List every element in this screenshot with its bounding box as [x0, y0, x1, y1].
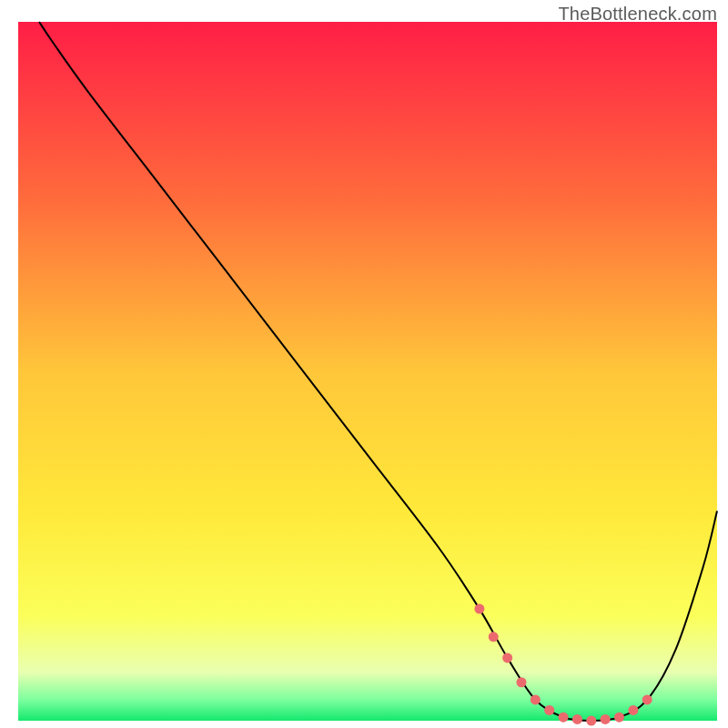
optimal-dot — [489, 632, 499, 642]
optimal-dot — [531, 694, 541, 704]
optimal-dot — [614, 713, 624, 723]
optimal-dot — [642, 694, 652, 704]
optimal-dot — [586, 716, 596, 726]
bottleneck-chart — [0, 0, 728, 728]
chart-canvas: TheBottleneck.com — [0, 0, 728, 728]
optimal-dot — [502, 652, 512, 662]
optimal-dot — [572, 714, 582, 724]
optimal-dot — [628, 705, 638, 715]
plot-background — [18, 22, 717, 721]
optimal-dot — [601, 714, 611, 724]
optimal-dot — [544, 705, 554, 715]
optimal-dot — [516, 677, 526, 687]
optimal-dot — [559, 713, 569, 723]
optimal-dot — [474, 604, 484, 614]
